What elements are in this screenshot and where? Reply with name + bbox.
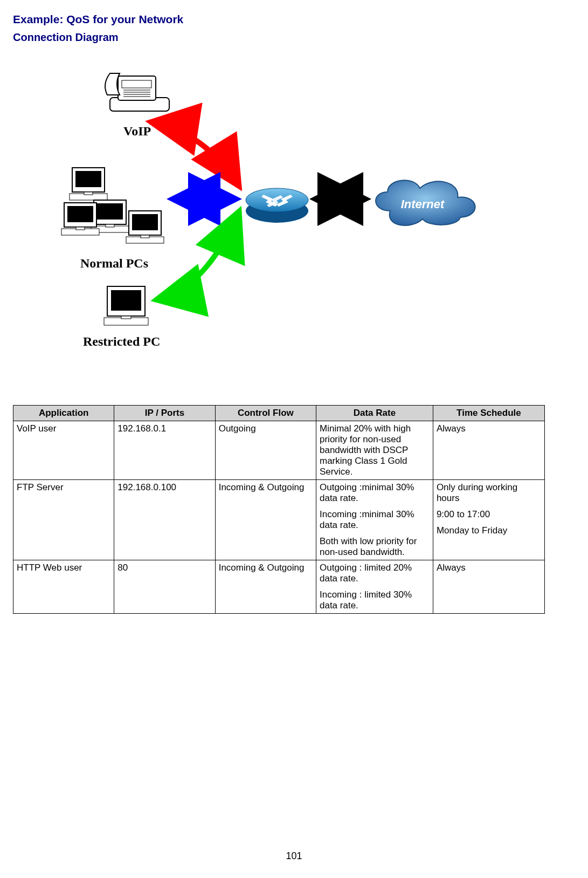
svg-rect-10 <box>84 192 93 195</box>
th-application: Application <box>13 406 114 421</box>
cell-time-schedule: Always <box>433 421 544 480</box>
cell-application: FTP Server <box>13 480 114 560</box>
svg-rect-2 <box>122 80 151 88</box>
normal-pcs-label: Normal PCs <box>80 256 148 270</box>
th-control-flow: Control Flow <box>215 406 316 421</box>
table-row: HTTP Web user 80 Incoming & Outgoing Out… <box>13 560 545 614</box>
restricted-pc-icon <box>104 286 148 325</box>
cell-time-schedule: Always <box>433 560 544 614</box>
voip-label: VoIP <box>123 124 151 138</box>
cell-data-rate: Minimal 20% with high priority for non-u… <box>316 421 433 480</box>
diagram-svg: VoIP Normal PCs <box>45 60 487 378</box>
subsection-title: Connection Diagram <box>13 31 545 44</box>
svg-rect-12 <box>97 203 123 220</box>
phone-icon <box>105 73 169 111</box>
table-header-row: Application IP / Ports Control Flow Data… <box>13 406 545 421</box>
svg-rect-26 <box>121 316 131 319</box>
svg-rect-14 <box>106 224 114 227</box>
svg-rect-24 <box>111 290 141 311</box>
th-data-rate: Data Rate <box>316 406 433 421</box>
cell-ip-ports: 192.168.0.1 <box>114 421 215 480</box>
cell-control-flow: Incoming & Outgoing <box>215 560 316 614</box>
svg-rect-22 <box>76 227 85 230</box>
svg-rect-20 <box>67 206 93 222</box>
th-time-schedule: Time Schedule <box>433 406 544 421</box>
svg-rect-16 <box>132 214 158 230</box>
svg-rect-8 <box>75 171 101 187</box>
arrow-restricted-router <box>156 211 239 300</box>
svg-rect-18 <box>141 235 149 238</box>
cell-data-rate: Outgoing : limited 20% data rate. Incomi… <box>316 560 433 614</box>
cell-control-flow: Outgoing <box>215 421 316 480</box>
table-row: VoIP user 192.168.0.1 Outgoing Minimal 2… <box>13 421 545 480</box>
cell-application: HTTP Web user <box>13 560 114 614</box>
router-icon <box>246 188 308 223</box>
normal-pcs-icon <box>61 168 164 243</box>
cell-ip-ports: 80 <box>114 560 215 614</box>
arrow-voip-router <box>150 122 239 187</box>
cell-ip-ports: 192.168.0.100 <box>114 480 215 560</box>
section-title: Example: QoS for your Network <box>13 13 545 26</box>
table-row: FTP Server 192.168.0.100 Incoming & Outg… <box>13 480 545 560</box>
cell-time-schedule: Only during working hours 9:00 to 17:00 … <box>433 480 544 560</box>
internet-cloud-icon: Internet <box>376 180 475 225</box>
internet-label: Internet <box>401 197 445 211</box>
th-ip-ports: IP / Ports <box>114 406 215 421</box>
cell-control-flow: Incoming & Outgoing <box>215 480 316 560</box>
cell-data-rate: Outgoing :minimal 30% data rate. Incomin… <box>316 480 433 560</box>
cell-application: VoIP user <box>13 421 114 480</box>
qos-table: Application IP / Ports Control Flow Data… <box>13 405 545 614</box>
connection-diagram: VoIP Normal PCs <box>45 60 487 378</box>
restricted-pc-label: Restricted PC <box>83 334 160 348</box>
